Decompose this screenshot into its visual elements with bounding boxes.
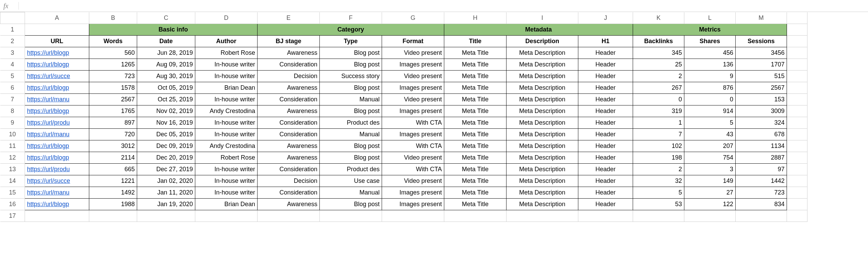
- cell-url[interactable]: https://url/produ: [25, 164, 89, 175]
- cell-words[interactable]: 1578: [89, 82, 137, 94]
- cell-type[interactable]: Manual: [320, 187, 382, 199]
- cell-type[interactable]: Success story: [320, 71, 382, 82]
- cell-sessions[interactable]: 515: [736, 71, 787, 82]
- cell-desc[interactable]: Meta Description: [507, 47, 578, 59]
- cell-title[interactable]: Meta Title: [444, 175, 507, 187]
- cell[interactable]: [137, 210, 195, 222]
- cell-shares[interactable]: 207: [684, 140, 736, 152]
- cell-title[interactable]: Meta Title: [444, 71, 507, 82]
- column-header-B[interactable]: B: [89, 12, 137, 24]
- cell-h1[interactable]: Header: [578, 152, 633, 164]
- cell-type[interactable]: Blog post: [320, 59, 382, 71]
- cell-shares[interactable]: 754: [684, 152, 736, 164]
- cell[interactable]: [787, 199, 807, 210]
- column-subheader[interactable]: Format: [382, 36, 444, 47]
- row-header-6[interactable]: 6: [0, 82, 25, 94]
- cell-bj[interactable]: Decision: [258, 175, 320, 187]
- cell-words[interactable]: 3012: [89, 140, 137, 152]
- cell-title[interactable]: Meta Title: [444, 47, 507, 59]
- column-header-H[interactable]: H: [444, 12, 507, 24]
- cell-bj[interactable]: Awareness: [258, 47, 320, 59]
- cell-backlinks[interactable]: 267: [633, 82, 684, 94]
- cell-sessions[interactable]: 3009: [736, 105, 787, 117]
- cell-date[interactable]: Dec 05, 2019: [137, 129, 195, 140]
- cell[interactable]: [382, 210, 444, 222]
- cell[interactable]: [787, 24, 807, 36]
- row-header-2[interactable]: 2: [0, 36, 25, 47]
- cell-h1[interactable]: Header: [578, 117, 633, 129]
- cell[interactable]: [578, 210, 633, 222]
- cell-backlinks[interactable]: 2: [633, 164, 684, 175]
- cell-desc[interactable]: Meta Description: [507, 140, 578, 152]
- cell-bj[interactable]: Decision: [258, 71, 320, 82]
- cell-date[interactable]: Jan 02, 2020: [137, 175, 195, 187]
- cell-h1[interactable]: Header: [578, 175, 633, 187]
- cell-url[interactable]: https://url/blogp: [25, 82, 89, 94]
- cell-words[interactable]: 2567: [89, 94, 137, 105]
- cell-format[interactable]: Video present: [382, 94, 444, 105]
- cell-desc[interactable]: Meta Description: [507, 129, 578, 140]
- cell-format[interactable]: With CTA: [382, 140, 444, 152]
- cell-h1[interactable]: Header: [578, 187, 633, 199]
- column-subheader[interactable]: Date: [137, 36, 195, 47]
- cell[interactable]: [684, 210, 736, 222]
- cell-url[interactable]: https://url/blogp: [25, 59, 89, 71]
- cell-author[interactable]: Andy Crestodina: [195, 140, 258, 152]
- cell-date[interactable]: Aug 30, 2019: [137, 71, 195, 82]
- cell-desc[interactable]: Meta Description: [507, 59, 578, 71]
- cell-type[interactable]: Product des: [320, 164, 382, 175]
- cell-sessions[interactable]: 97: [736, 164, 787, 175]
- group-header[interactable]: Metadata: [444, 24, 633, 36]
- row-header-14[interactable]: 14: [0, 175, 25, 187]
- group-header[interactable]: Metrics: [633, 24, 787, 36]
- cell-h1[interactable]: Header: [578, 71, 633, 82]
- cell-title[interactable]: Meta Title: [444, 59, 507, 71]
- cell-format[interactable]: Video present: [382, 71, 444, 82]
- cell-author[interactable]: Andy Crestodina: [195, 105, 258, 117]
- row-header-15[interactable]: 15: [0, 187, 25, 199]
- row-header-16[interactable]: 16: [0, 199, 25, 210]
- cell-desc[interactable]: Meta Description: [507, 187, 578, 199]
- cell-sessions[interactable]: 723: [736, 187, 787, 199]
- cell-sessions[interactable]: 2567: [736, 82, 787, 94]
- cell-shares[interactable]: 136: [684, 59, 736, 71]
- cell[interactable]: [787, 71, 807, 82]
- select-all-corner[interactable]: [0, 12, 25, 24]
- cell-shares[interactable]: 3: [684, 164, 736, 175]
- row-header-4[interactable]: 4: [0, 59, 25, 71]
- cell-backlinks[interactable]: 25: [633, 59, 684, 71]
- column-header-A[interactable]: A: [25, 12, 89, 24]
- cell-bj[interactable]: Consideration: [258, 117, 320, 129]
- column-subheader[interactable]: Author: [195, 36, 258, 47]
- cell-url[interactable]: https://url/produ: [25, 117, 89, 129]
- cell-format[interactable]: Video present: [382, 152, 444, 164]
- cell[interactable]: [787, 187, 807, 199]
- cell-type[interactable]: Blog post: [320, 82, 382, 94]
- cell-words[interactable]: 2114: [89, 152, 137, 164]
- cell-words[interactable]: 1221: [89, 175, 137, 187]
- column-header-G[interactable]: G: [382, 12, 444, 24]
- cell-title[interactable]: Meta Title: [444, 164, 507, 175]
- cell-author[interactable]: Brian Dean: [195, 199, 258, 210]
- cell-author[interactable]: In-house writer: [195, 164, 258, 175]
- cell-shares[interactable]: 876: [684, 82, 736, 94]
- cell-date[interactable]: Jan 11, 2020: [137, 187, 195, 199]
- cell-shares[interactable]: 122: [684, 199, 736, 210]
- row-header-8[interactable]: 8: [0, 105, 25, 117]
- cell[interactable]: [633, 210, 684, 222]
- cell-date[interactable]: Jun 28, 2019: [137, 47, 195, 59]
- cell[interactable]: [787, 94, 807, 105]
- cell-words[interactable]: 665: [89, 164, 137, 175]
- column-subheader[interactable]: BJ stage: [258, 36, 320, 47]
- cell-url[interactable]: https://url/manu: [25, 94, 89, 105]
- cell-bj[interactable]: Awareness: [258, 140, 320, 152]
- cell-date[interactable]: Dec 09, 2019: [137, 140, 195, 152]
- row-header-10[interactable]: 10: [0, 129, 25, 140]
- cell-type[interactable]: Blog post: [320, 152, 382, 164]
- cell-date[interactable]: Nov 02, 2019: [137, 105, 195, 117]
- group-header[interactable]: Basic info: [89, 24, 258, 36]
- cell-bj[interactable]: Awareness: [258, 105, 320, 117]
- cell-author[interactable]: In-house writer: [195, 175, 258, 187]
- column-header-C[interactable]: C: [137, 12, 195, 24]
- row-header-12[interactable]: 12: [0, 152, 25, 164]
